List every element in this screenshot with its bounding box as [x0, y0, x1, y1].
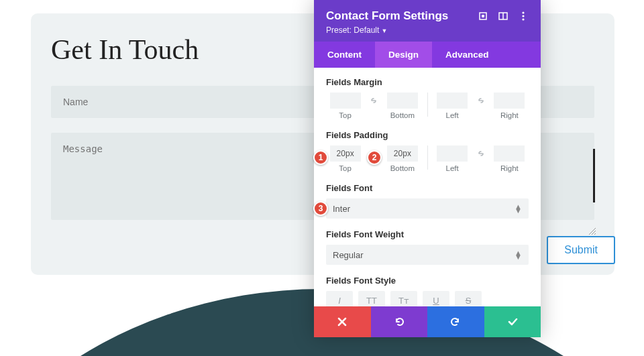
- undo-button[interactable]: [371, 306, 428, 337]
- svg-point-5: [522, 15, 524, 17]
- settings-panel: Contact Form Settings Preset: Default▼ C…: [314, 0, 541, 337]
- padding-right-sub: Right: [490, 164, 529, 172]
- padding-top-input[interactable]: [330, 145, 361, 162]
- margin-right-input[interactable]: [494, 93, 525, 109]
- fields-margin-label: Fields Margin: [326, 77, 529, 87]
- fields-font-weight-select[interactable]: Regular ▲▼: [326, 245, 529, 265]
- svg-rect-1: [482, 15, 484, 17]
- panel-body[interactable]: Fields Margin Top Bottom: [314, 68, 541, 306]
- fields-font-value: Inter: [333, 204, 350, 214]
- save-button[interactable]: [484, 306, 541, 337]
- columns-icon[interactable]: [498, 11, 508, 21]
- select-caret-icon: ▲▼: [515, 204, 522, 213]
- fields-font-style-label: Fields Font Style: [326, 276, 529, 286]
- divider: [427, 145, 428, 170]
- preset-selector[interactable]: Preset: Default▼: [326, 25, 529, 35]
- padding-right-input[interactable]: [494, 145, 525, 162]
- style-underline-button[interactable]: U: [423, 291, 449, 306]
- padding-bottom-sub: Bottom: [383, 164, 421, 172]
- fields-padding-label: Fields Padding: [326, 130, 529, 140]
- margin-left-sub: Left: [433, 111, 472, 119]
- margin-bottom-input[interactable]: [387, 93, 418, 109]
- panel-footer: [314, 306, 541, 337]
- cancel-button[interactable]: [314, 306, 371, 337]
- fields-font-select[interactable]: Inter ▲▼: [326, 198, 529, 219]
- fields-font-weight-value: Regular: [333, 250, 364, 260]
- panel-header[interactable]: Contact Form Settings Preset: Default▼: [314, 0, 541, 42]
- callout-3: 3: [313, 201, 328, 216]
- group-fields-font-style: Fields Font Style I TT Tᴛ U S: [326, 276, 529, 306]
- tab-advanced[interactable]: Advanced: [432, 42, 502, 68]
- expand-icon[interactable]: [478, 11, 488, 21]
- select-caret-icon: ▲▼: [515, 251, 522, 259]
- tab-content[interactable]: Content: [314, 42, 375, 68]
- style-titlecase-button[interactable]: Tᴛ: [390, 291, 417, 306]
- svg-point-6: [522, 18, 524, 20]
- fields-font-weight-label: Fields Font Weight: [326, 229, 529, 239]
- link-icon[interactable]: [474, 93, 488, 109]
- link-icon[interactable]: [474, 145, 488, 162]
- group-fields-font: Fields Font Inter ▲▼: [326, 183, 529, 219]
- fields-font-label: Fields Font: [326, 183, 529, 193]
- submit-button[interactable]: Submit: [547, 236, 615, 264]
- style-strike-button[interactable]: S: [455, 291, 482, 306]
- padding-bottom-input[interactable]: [387, 145, 418, 162]
- redo-button[interactable]: [427, 306, 484, 337]
- textarea-active-border: [593, 149, 595, 202]
- svg-point-4: [522, 11, 524, 13]
- link-icon[interactable]: [367, 93, 380, 109]
- callout-1: 1: [313, 150, 328, 165]
- group-fields-margin: Fields Margin Top Bottom: [326, 77, 529, 119]
- tab-design[interactable]: Design: [375, 42, 432, 68]
- margin-bottom-sub: Bottom: [383, 111, 421, 119]
- margin-top-sub: Top: [326, 111, 364, 119]
- padding-top-sub: Top: [326, 164, 364, 172]
- more-icon[interactable]: [518, 11, 529, 21]
- padding-left-sub: Left: [433, 164, 472, 172]
- group-fields-font-weight: Fields Font Weight Regular ▲▼: [326, 229, 529, 265]
- panel-tabs: Content Design Advanced: [314, 42, 541, 68]
- chevron-down-icon: ▼: [381, 27, 387, 34]
- style-uppercase-button[interactable]: TT: [358, 291, 385, 306]
- padding-left-input[interactable]: [437, 145, 468, 162]
- margin-right-sub: Right: [490, 111, 529, 119]
- margin-top-input[interactable]: [330, 93, 361, 109]
- textarea-resize-handle[interactable]: [589, 228, 596, 235]
- margin-left-input[interactable]: [437, 93, 468, 109]
- group-fields-padding: Fields Padding Top Bottom: [326, 130, 529, 172]
- style-italic-button[interactable]: I: [326, 291, 353, 306]
- callout-2: 2: [367, 150, 382, 165]
- preset-label: Preset: Default: [326, 25, 379, 35]
- panel-title: Contact Form Settings: [326, 9, 448, 23]
- divider: [427, 93, 428, 117]
